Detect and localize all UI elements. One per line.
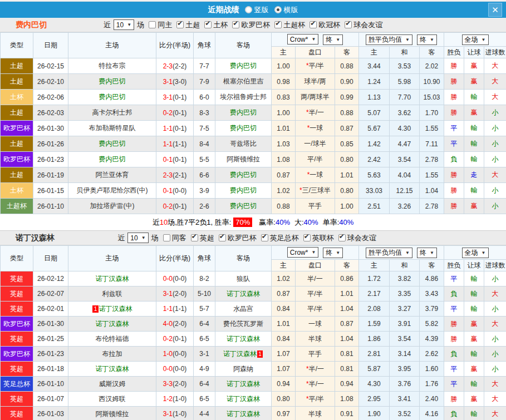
league-checkbox[interactable]: ✔ <box>338 234 346 241</box>
match-date: 26-01-07 <box>33 392 68 407</box>
scope-value: 全场 <box>465 35 478 45</box>
avg-type-select[interactable]: 胜平负均值▼ <box>366 248 412 258</box>
avg-time-value: 终 <box>420 248 426 258</box>
recent-count-select[interactable]: 10▼ <box>114 19 134 30</box>
fulltime-score: 1-0 <box>163 350 173 358</box>
summary-stat-label: 大: <box>294 218 304 228</box>
result-goals: 大 <box>484 392 506 407</box>
league-checkbox[interactable]: ✔ <box>261 234 268 241</box>
corners: 5-5 <box>194 152 215 167</box>
scope-select[interactable]: 全场▼ <box>462 34 489 45</box>
avg-draw-odds: 12.15 <box>390 183 420 199</box>
avg-home-odds: 1.86 <box>359 332 390 347</box>
league-checkbox[interactable]: ✔ <box>345 21 352 28</box>
league-label: 英超 <box>200 233 214 243</box>
check-icon: ✔ <box>205 19 210 27</box>
away-team: 诺丁汉森林 <box>227 290 260 298</box>
score-cell: 0-1(0-0) <box>156 183 194 199</box>
avg-type-select[interactable]: 胜平负均值▼ <box>366 34 412 45</box>
avg-draw-odds: 3.27 <box>390 302 420 317</box>
result-handicap: 赢 <box>464 199 484 214</box>
close-button[interactable]: ✕ <box>488 3 502 17</box>
avg-time-value: 终 <box>420 35 426 45</box>
summary-count: 10 <box>160 218 168 226</box>
league-checkbox[interactable]: ✔ <box>204 21 212 28</box>
odds-away: 0.81 <box>335 362 359 377</box>
score-cell: 3-1(0-1) <box>156 90 194 105</box>
league-checkbox[interactable]: ✔ <box>191 234 198 241</box>
scope-group-header: 全场▼ <box>444 246 506 260</box>
table-row: 英超26-01-03阿斯顿维拉3-1(1-0)4-4诺丁汉森林0.97半球0.9… <box>1 407 506 420</box>
league-badge: 英超 <box>1 362 33 377</box>
fulltime-score: 4-0 <box>163 320 173 328</box>
avg-time-select[interactable]: 终▼ <box>417 248 437 258</box>
check-icon: ✔ <box>345 19 351 27</box>
league-label: 球会友谊 <box>353 20 382 30</box>
avg-home-odds: 2.17 <box>359 286 390 302</box>
avg-away-odds: 3.79 <box>420 302 444 317</box>
result-goals: 大 <box>484 286 506 302</box>
league-checkbox[interactable]: ✔ <box>303 234 311 241</box>
odds-time-value: 终 <box>326 35 332 45</box>
away-team: 费内巴切 <box>230 171 257 179</box>
home-team: 阿兰亚体育 <box>96 171 129 179</box>
league-checkbox[interactable]: ✔ <box>219 234 226 241</box>
away-team-cell: 诺丁汉森林1 <box>215 347 272 362</box>
league-checkbox[interactable]: ✔ <box>176 21 184 28</box>
fulltime-score: 1-1 <box>163 125 173 132</box>
league-checkbox[interactable]: ✔ <box>310 21 317 28</box>
result-goals: 小 <box>484 347 506 362</box>
sub-odds-away: 客 <box>335 260 359 271</box>
home-team-cell: 布伦特福德 <box>68 332 156 347</box>
halftime-score: (0-0) <box>173 365 186 373</box>
avg-away-odds: 4.39 <box>420 332 444 347</box>
odds-away: 0.90 <box>335 74 359 90</box>
vertical-layout-radio[interactable] <box>245 6 252 13</box>
avg-draw-odds: 3.35 <box>390 286 420 302</box>
odds-home: 0.97 <box>272 407 296 420</box>
result-outcome: 負 <box>444 347 464 362</box>
odds-time-select[interactable]: 终▼ <box>323 34 343 45</box>
avg-away-odds: 1.55 <box>420 167 444 183</box>
avg-group-header: 胜平负均值▼终▼ <box>359 33 444 47</box>
handicap: *一球 <box>296 121 335 136</box>
horizontal-layout-radio[interactable] <box>274 6 282 13</box>
same-venue-checkbox[interactable] <box>163 234 170 241</box>
same-venue-checkbox[interactable] <box>149 21 156 28</box>
away-team-cell: 诺丁汉森林 <box>215 286 272 302</box>
away-team: 根塞尔伯里吉 <box>223 77 263 85</box>
match-date: 26-02-15 <box>33 58 68 74</box>
result-outcome: 勝 <box>444 183 464 199</box>
sub-odds-home: 主 <box>272 47 296 58</box>
chevron-down-icon: ▼ <box>311 37 316 42</box>
home-team-cell: 费内巴切 <box>68 90 156 105</box>
away-team-cell: 诺丁汉森林 <box>215 377 272 392</box>
league-label: 欧罗巴杯 <box>228 233 257 243</box>
recent-count-select[interactable]: 10▼ <box>127 233 148 243</box>
away-team-cell: 费内巴切 <box>215 183 272 199</box>
handicap: 平手 <box>296 347 335 362</box>
odds-away: 0.88 <box>335 105 359 121</box>
odds-company-select[interactable]: Crow*▼ <box>287 34 319 45</box>
league-badge: 英足总杯 <box>1 377 33 392</box>
score-cell: 2-3(2-1) <box>156 167 194 183</box>
scope-select[interactable]: 全场▼ <box>462 248 489 258</box>
league-checkbox[interactable]: ✔ <box>232 21 239 28</box>
odds-company-select[interactable]: Crow*▼ <box>287 247 319 258</box>
home-team: 西汉姆联 <box>99 395 126 403</box>
avg-draw-odds: 3.82 <box>390 271 420 286</box>
away-team: 费内巴切 <box>230 108 257 116</box>
red-card-badge: 1 <box>257 350 263 358</box>
recent-results-window: 近期战绩 竖版 横版 ✕ 费内巴切 近10▼场同主✔土超✔土杯✔欧罗巴杯✔土超杯… <box>0 0 506 420</box>
avg-time-select[interactable]: 终▼ <box>417 34 437 45</box>
league-badge: 英超 <box>1 286 33 302</box>
recent-matches-table-team2: 类型 日期 主场 比分(半场) 角球 客场 Crow*▼终▼ 胜平负均值▼终▼ … <box>0 245 506 420</box>
home-team: 诺丁汉森林 <box>96 365 129 373</box>
league-checkbox[interactable]: ✔ <box>274 21 282 28</box>
away-team-cell: 水晶宫 <box>215 302 272 317</box>
handicap: *一球 <box>296 167 335 183</box>
away-team-cell: 费伦茨瓦罗斯 <box>215 317 272 332</box>
odds-time-select[interactable]: 终▼ <box>323 248 343 258</box>
halftime-score: (0-0) <box>173 275 186 283</box>
table-row: 英超26-02-011诺丁汉森林1-1(1-1)5-7水晶宫0.84平/半1.0… <box>1 302 506 317</box>
